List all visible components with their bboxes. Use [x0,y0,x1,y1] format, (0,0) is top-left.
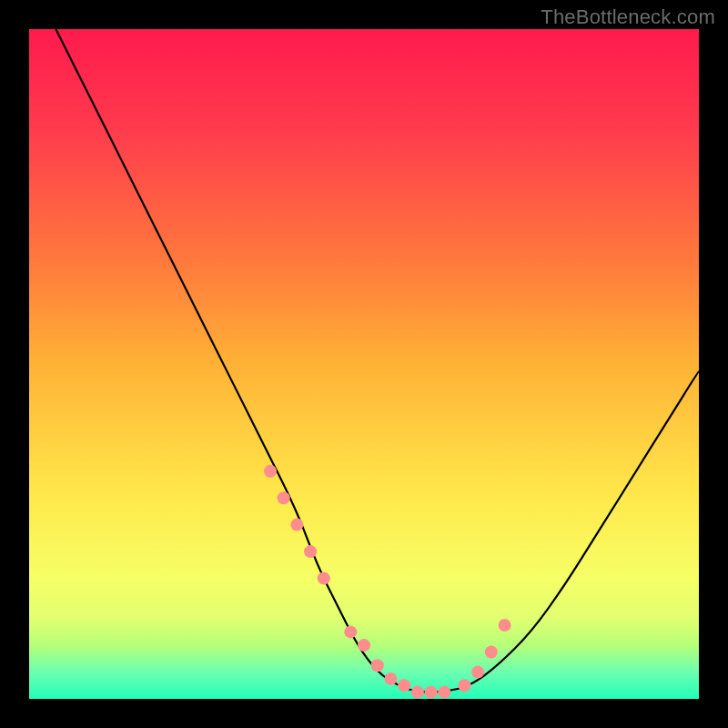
highlight-dot [358,639,370,652]
highlight-dot [371,659,384,672]
highlight-dot [411,686,424,699]
highlight-dot [471,666,484,679]
highlight-dot [499,619,511,632]
highlight-dot [384,672,397,685]
chart-frame: TheBottleneck.com [0,0,728,728]
highlight-dot [458,679,470,692]
highlight-dot [438,686,450,699]
watermark-text: TheBottleneck.com [541,5,715,29]
highlight-dot [304,545,317,558]
highlight-dot [344,625,357,638]
curve-svg [29,29,699,699]
highlight-dot [425,686,438,699]
highlight-dot [318,572,330,585]
highlight-dot [485,646,498,659]
highlight-dot [290,519,303,531]
highlight-dots [264,465,511,699]
highlight-dot [398,679,410,692]
plot-area [29,29,699,699]
highlight-dot [278,491,290,504]
highlight-dot [264,465,277,478]
bottleneck-curve [56,29,699,693]
